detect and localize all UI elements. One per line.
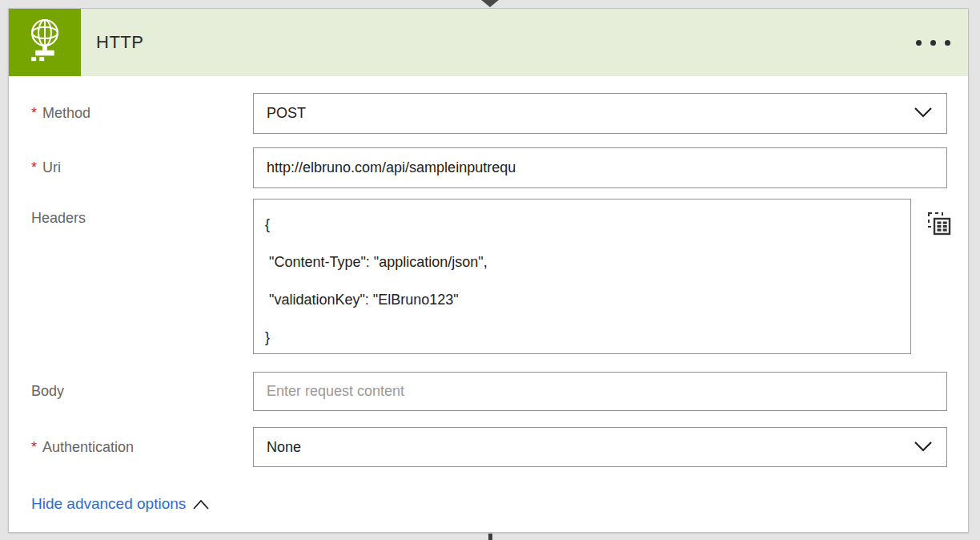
flow-connector-arrow bbox=[480, 0, 500, 7]
headers-textarea[interactable]: { "Content-Type": "application/json", "v… bbox=[253, 199, 911, 354]
http-connector-tile bbox=[9, 9, 81, 76]
hide-advanced-options-link[interactable]: Hide advanced options bbox=[31, 494, 209, 514]
required-marker: * bbox=[31, 439, 37, 456]
http-action-card: HTTP * Method POST * bbox=[8, 8, 969, 533]
authentication-label: * Authentication bbox=[31, 427, 253, 467]
uri-row: * Uri bbox=[31, 147, 968, 188]
flow-connector-line bbox=[488, 534, 492, 540]
body-input[interactable] bbox=[253, 372, 947, 411]
switch-input-mode-icon bbox=[927, 226, 951, 238]
method-row: * Method POST bbox=[31, 93, 968, 134]
method-label: * Method bbox=[31, 93, 253, 134]
uri-label: * Uri bbox=[31, 147, 253, 188]
chevron-up-icon bbox=[193, 496, 209, 514]
required-marker: * bbox=[31, 159, 37, 176]
body-row: Body bbox=[31, 372, 968, 411]
action-header[interactable]: HTTP bbox=[9, 9, 968, 76]
globe-connector-icon bbox=[23, 16, 66, 69]
headers-row: Headers { "Content-Type": "application/j… bbox=[31, 199, 968, 354]
method-select[interactable]: POST bbox=[253, 93, 947, 134]
chevron-down-icon bbox=[914, 439, 932, 456]
action-menu-button[interactable] bbox=[898, 29, 968, 57]
action-parameters: * Method POST * Uri Headers bbox=[9, 76, 968, 514]
ellipsis-icon bbox=[916, 40, 922, 46]
switch-input-mode-button[interactable] bbox=[927, 212, 951, 236]
headers-label: Headers bbox=[31, 199, 253, 354]
authentication-select[interactable]: None bbox=[253, 427, 947, 467]
chevron-down-icon bbox=[914, 105, 932, 122]
authentication-row: * Authentication None bbox=[31, 427, 968, 467]
body-label: Body bbox=[31, 372, 253, 411]
required-marker: * bbox=[31, 105, 37, 122]
authentication-select-value: None bbox=[267, 439, 301, 456]
uri-input[interactable] bbox=[253, 147, 947, 188]
ellipsis-icon bbox=[930, 40, 936, 46]
action-title: HTTP bbox=[96, 32, 143, 53]
ellipsis-icon bbox=[945, 40, 950, 46]
method-select-value: POST bbox=[267, 105, 306, 122]
